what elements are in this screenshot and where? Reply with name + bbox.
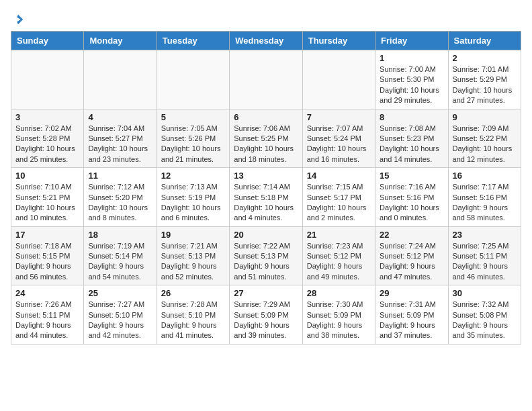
- calendar-cell: 15Sunrise: 7:16 AM Sunset: 5:16 PM Dayli…: [375, 168, 448, 227]
- day-number: 26: [161, 288, 225, 298]
- calendar-cell: [157, 50, 229, 109]
- day-number: 10: [15, 171, 79, 181]
- calendar-cell: 14Sunrise: 7:15 AM Sunset: 5:17 PM Dayli…: [302, 168, 375, 227]
- calendar-cell: 24Sunrise: 7:26 AM Sunset: 5:11 PM Dayli…: [11, 285, 84, 345]
- calendar-cell: 19Sunrise: 7:21 AM Sunset: 5:13 PM Dayli…: [157, 226, 229, 285]
- calendar-cell: 13Sunrise: 7:14 AM Sunset: 5:18 PM Dayli…: [230, 168, 302, 227]
- day-info: Sunrise: 7:04 AM Sunset: 5:27 PM Dayligh…: [88, 124, 152, 165]
- calendar-cell: 7Sunrise: 7:07 AM Sunset: 5:24 PM Daylig…: [302, 109, 375, 168]
- day-number: 24: [15, 288, 79, 298]
- day-number: 27: [234, 288, 298, 298]
- day-info: Sunrise: 7:06 AM Sunset: 5:25 PM Dayligh…: [234, 124, 298, 165]
- day-number: 5: [161, 112, 225, 122]
- calendar-cell: 9Sunrise: 7:09 AM Sunset: 5:22 PM Daylig…: [448, 109, 521, 168]
- calendar-cell: 27Sunrise: 7:29 AM Sunset: 5:09 PM Dayli…: [230, 285, 302, 345]
- day-number: 23: [453, 230, 517, 240]
- day-number: 2: [453, 53, 517, 63]
- day-number: 30: [453, 288, 517, 298]
- col-header-sunday: Sunday: [11, 32, 84, 50]
- day-info: Sunrise: 7:23 AM Sunset: 5:12 PM Dayligh…: [307, 241, 371, 283]
- calendar-cell: 22Sunrise: 7:24 AM Sunset: 5:12 PM Dayli…: [375, 226, 448, 285]
- calendar-cell: 6Sunrise: 7:06 AM Sunset: 5:25 PM Daylig…: [230, 109, 302, 168]
- day-info: Sunrise: 7:07 AM Sunset: 5:24 PM Dayligh…: [307, 124, 371, 165]
- calendar-cell: 8Sunrise: 7:08 AM Sunset: 5:23 PM Daylig…: [375, 109, 448, 168]
- day-number: 8: [380, 112, 443, 122]
- col-header-saturday: Saturday: [448, 32, 521, 50]
- calendar-cell: 16Sunrise: 7:17 AM Sunset: 5:16 PM Dayli…: [448, 168, 521, 227]
- day-number: 18: [88, 230, 152, 240]
- day-info: Sunrise: 7:28 AM Sunset: 5:10 PM Dayligh…: [161, 300, 225, 341]
- calendar-table: SundayMondayTuesdayWednesdayThursdayFrid…: [11, 31, 521, 345]
- day-info: Sunrise: 7:00 AM Sunset: 5:30 PM Dayligh…: [380, 64, 443, 106]
- calendar-cell: [230, 50, 302, 109]
- day-number: 7: [307, 112, 371, 122]
- day-number: 6: [234, 112, 298, 122]
- calendar-week-row: 10Sunrise: 7:10 AM Sunset: 5:21 PM Dayli…: [11, 168, 521, 227]
- day-info: Sunrise: 7:12 AM Sunset: 5:20 PM Dayligh…: [88, 182, 152, 224]
- calendar-cell: [11, 50, 84, 109]
- day-info: Sunrise: 7:30 AM Sunset: 5:09 PM Dayligh…: [307, 300, 371, 341]
- day-info: Sunrise: 7:31 AM Sunset: 5:09 PM Dayligh…: [380, 300, 443, 341]
- calendar-week-row: 17Sunrise: 7:18 AM Sunset: 5:15 PM Dayli…: [11, 226, 521, 285]
- calendar-week-row: 3Sunrise: 7:02 AM Sunset: 5:28 PM Daylig…: [11, 109, 521, 168]
- calendar-cell: 30Sunrise: 7:32 AM Sunset: 5:08 PM Dayli…: [448, 285, 521, 345]
- col-header-thursday: Thursday: [302, 32, 375, 50]
- calendar-cell: [84, 50, 157, 109]
- day-info: Sunrise: 7:02 AM Sunset: 5:28 PM Dayligh…: [15, 124, 79, 165]
- day-info: Sunrise: 7:19 AM Sunset: 5:14 PM Dayligh…: [88, 241, 152, 283]
- day-info: Sunrise: 7:09 AM Sunset: 5:22 PM Dayligh…: [453, 124, 517, 165]
- day-number: 21: [307, 230, 371, 240]
- day-info: Sunrise: 7:24 AM Sunset: 5:12 PM Dayligh…: [380, 241, 443, 283]
- calendar-cell: 11Sunrise: 7:12 AM Sunset: 5:20 PM Dayli…: [84, 168, 157, 227]
- day-info: Sunrise: 7:16 AM Sunset: 5:16 PM Dayligh…: [380, 182, 443, 224]
- day-info: Sunrise: 7:27 AM Sunset: 5:10 PM Dayligh…: [88, 300, 152, 341]
- day-info: Sunrise: 7:13 AM Sunset: 5:19 PM Dayligh…: [161, 182, 225, 224]
- day-number: 17: [15, 230, 79, 240]
- day-info: Sunrise: 7:14 AM Sunset: 5:18 PM Dayligh…: [234, 182, 298, 224]
- col-header-wednesday: Wednesday: [230, 32, 302, 50]
- day-info: Sunrise: 7:26 AM Sunset: 5:11 PM Dayligh…: [15, 300, 79, 341]
- day-number: 3: [15, 112, 79, 122]
- svg-marker-0: [17, 15, 23, 24]
- day-number: 11: [88, 171, 152, 181]
- day-number: 4: [88, 112, 152, 122]
- day-info: Sunrise: 7:32 AM Sunset: 5:08 PM Dayligh…: [453, 300, 517, 341]
- logo: [11, 11, 24, 24]
- calendar-cell: 21Sunrise: 7:23 AM Sunset: 5:12 PM Dayli…: [302, 226, 375, 285]
- day-info: Sunrise: 7:10 AM Sunset: 5:21 PM Dayligh…: [15, 182, 79, 224]
- calendar-cell: [302, 50, 375, 109]
- col-header-friday: Friday: [375, 32, 448, 50]
- day-info: Sunrise: 7:05 AM Sunset: 5:26 PM Dayligh…: [161, 124, 225, 165]
- calendar-cell: 29Sunrise: 7:31 AM Sunset: 5:09 PM Dayli…: [375, 285, 448, 345]
- day-number: 25: [88, 288, 152, 298]
- calendar-cell: 18Sunrise: 7:19 AM Sunset: 5:14 PM Dayli…: [84, 226, 157, 285]
- day-number: 9: [453, 112, 517, 122]
- calendar-cell: 17Sunrise: 7:18 AM Sunset: 5:15 PM Dayli…: [11, 226, 84, 285]
- day-info: Sunrise: 7:01 AM Sunset: 5:29 PM Dayligh…: [453, 64, 517, 106]
- day-info: Sunrise: 7:25 AM Sunset: 5:11 PM Dayligh…: [453, 241, 517, 283]
- calendar-cell: 2Sunrise: 7:01 AM Sunset: 5:29 PM Daylig…: [448, 50, 521, 109]
- day-number: 12: [161, 171, 225, 181]
- day-info: Sunrise: 7:18 AM Sunset: 5:15 PM Dayligh…: [15, 241, 79, 283]
- day-number: 19: [161, 230, 225, 240]
- day-info: Sunrise: 7:22 AM Sunset: 5:13 PM Dayligh…: [234, 241, 298, 283]
- day-number: 28: [307, 288, 371, 298]
- calendar-cell: 4Sunrise: 7:04 AM Sunset: 5:27 PM Daylig…: [84, 109, 157, 168]
- day-info: Sunrise: 7:17 AM Sunset: 5:16 PM Dayligh…: [453, 182, 517, 224]
- calendar-cell: 10Sunrise: 7:10 AM Sunset: 5:21 PM Dayli…: [11, 168, 84, 227]
- calendar-cell: 26Sunrise: 7:28 AM Sunset: 5:10 PM Dayli…: [157, 285, 229, 345]
- page-header: [11, 11, 521, 24]
- calendar-cell: 3Sunrise: 7:02 AM Sunset: 5:28 PM Daylig…: [11, 109, 84, 168]
- col-header-monday: Monday: [84, 32, 157, 50]
- calendar-cell: 25Sunrise: 7:27 AM Sunset: 5:10 PM Dayli…: [84, 285, 157, 345]
- col-header-tuesday: Tuesday: [157, 32, 229, 50]
- day-number: 22: [380, 230, 443, 240]
- calendar-week-row: 1Sunrise: 7:00 AM Sunset: 5:30 PM Daylig…: [11, 50, 521, 109]
- calendar-cell: 1Sunrise: 7:00 AM Sunset: 5:30 PM Daylig…: [375, 50, 448, 109]
- logo-icon: [12, 13, 24, 26]
- day-number: 16: [453, 171, 517, 181]
- day-number: 20: [234, 230, 298, 240]
- calendar-cell: 5Sunrise: 7:05 AM Sunset: 5:26 PM Daylig…: [157, 109, 229, 168]
- calendar-cell: 23Sunrise: 7:25 AM Sunset: 5:11 PM Dayli…: [448, 226, 521, 285]
- day-info: Sunrise: 7:08 AM Sunset: 5:23 PM Dayligh…: [380, 124, 443, 165]
